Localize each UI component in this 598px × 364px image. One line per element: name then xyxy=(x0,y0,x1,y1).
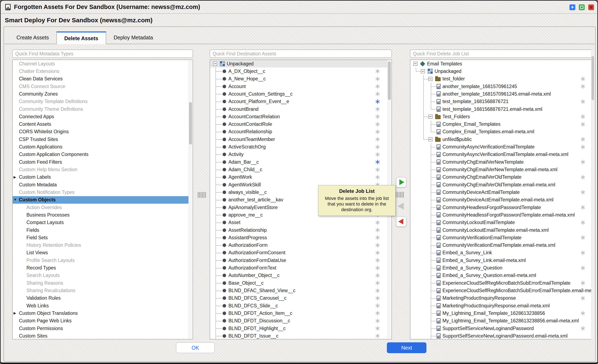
delete-job-item[interactable]: another_template_1681570961245 xyxy=(410,83,593,90)
delete-job-item[interactable]: ExperienceCloudSelfRegMicroBatchSubError… xyxy=(410,287,593,294)
destination-asset-item[interactable]: AuthorizationFormDataUse xyxy=(210,256,391,264)
delete-job-item[interactable]: test_template_1681568876721.email-meta.x… xyxy=(410,105,593,113)
destination-asset-item[interactable]: AccountRelationship xyxy=(210,128,391,136)
delete-job-item[interactable]: MarketingProductInquiryResponse xyxy=(410,294,593,302)
delete-job-item[interactable]: CommunityVerificationEmailTemplate.email… xyxy=(410,241,593,249)
metadata-type-item[interactable]: Clean Data Services xyxy=(13,75,188,83)
tab-deploy-metadata[interactable]: Deploy Metadata xyxy=(106,32,160,44)
delete-job-scrollbar[interactable] xyxy=(591,50,594,339)
delete-job-item[interactable]: SupportSelfServiceNewLoginandPassword xyxy=(410,325,593,332)
delete-job-item[interactable]: SupportSelfServiceNewLoginandPassword.em… xyxy=(410,332,593,339)
delete-job-item[interactable]: CommunityChgEmailVerNewTemplate.email-me… xyxy=(410,166,593,173)
delete-job-item[interactable]: test_folder xyxy=(410,75,593,83)
destination-asset-item[interactable]: Adam_Bar__c xyxy=(210,158,391,166)
metadata-type-item[interactable]: Custom Applications xyxy=(13,143,188,150)
quick-find-delete-job-input[interactable] xyxy=(410,50,593,58)
metadata-type-item[interactable]: Custom Help Menu Section xyxy=(13,166,188,173)
destination-asset-item[interactable]: BLND_DFCS_Slide__c xyxy=(210,302,391,309)
destination-asset-item[interactable]: BLND_DFDT_Issue__c xyxy=(210,332,391,339)
collapse-toggle-icon[interactable] xyxy=(213,62,217,66)
metadata-type-item[interactable]: Compact Layouts xyxy=(13,219,188,226)
collapse-toggle-icon[interactable] xyxy=(428,115,432,119)
destination-asset-item[interactable]: AutoNumber_Object__c xyxy=(210,272,391,279)
move-to-job-list-button[interactable] xyxy=(396,177,407,187)
delete-job-item[interactable]: ExperienceCloudSelfRegMicroBatchSubError… xyxy=(410,279,593,287)
metadata-type-item[interactable]: Custom Metadata xyxy=(13,181,188,189)
destination-asset-item[interactable]: AccountContactRole xyxy=(210,121,391,128)
metadata-type-item[interactable]: Community Zones xyxy=(13,90,188,98)
delete-job-item[interactable]: Embed_a_Survey_Link xyxy=(410,249,593,256)
delete-job-item[interactable]: My_Lightning_Email_Template_162861323885… xyxy=(410,309,593,317)
metadata-type-item[interactable]: Chatter Extensions xyxy=(13,67,188,75)
tab-delete-assets[interactable]: Delete Assets xyxy=(57,32,106,44)
metadata-type-item[interactable]: Community Template Definitions xyxy=(13,98,188,105)
destination-asset-item[interactable]: Base_Object__c xyxy=(210,279,391,287)
tab-create-assets[interactable]: Create Assets xyxy=(9,32,57,44)
metadata-type-item[interactable]: Field Sets xyxy=(13,234,188,241)
delete-job-item[interactable]: CommunityChgEmailVerNewTemplate xyxy=(410,158,593,166)
destination-asset-item[interactable]: Adam_Child__c xyxy=(210,166,391,173)
metadata-type-item[interactable]: Custom Permissions xyxy=(13,325,188,332)
scrollbar-thumb[interactable] xyxy=(189,102,192,145)
delete-job-item[interactable]: CommunityAsyncVerificationEmailTemplate xyxy=(410,143,593,150)
triangle-down-icon[interactable]: ▼ xyxy=(14,198,18,202)
scrollbar-thumb[interactable] xyxy=(388,61,391,100)
metadata-type-item[interactable]: Custom Application Components xyxy=(13,151,188,158)
delete-job-item[interactable]: Unpackaged xyxy=(410,67,593,75)
collapse-toggle-icon[interactable] xyxy=(428,77,432,81)
ok-button[interactable]: OK xyxy=(176,342,215,353)
destination-asset-item[interactable]: AccountBrand xyxy=(210,105,391,113)
destination-asset-item[interactable]: BLND_DFAC_Shared_View__c xyxy=(210,287,391,294)
delete-job-item[interactable]: MarketingProductInquiryResponse.email-me… xyxy=(410,302,593,309)
collapse-toggle-icon[interactable] xyxy=(413,62,417,66)
metadata-type-item[interactable]: ▼Custom Objects xyxy=(13,196,188,204)
delete-job-item[interactable]: CommunityLockoutEmailTemplate.email-meta… xyxy=(410,226,593,234)
metadata-type-item[interactable]: Action Overrides xyxy=(13,204,188,211)
delete-job-item[interactable]: CommunityChgEmailVerOldTemplate xyxy=(410,174,593,181)
delete-job-item[interactable]: CommunityLockoutEmailTemplate xyxy=(410,219,593,226)
metadata-type-item[interactable]: Custom Sites xyxy=(13,332,188,339)
delete-job-item[interactable]: CommunityHeadlessForgotPasswordTemplate.… xyxy=(410,211,593,219)
delete-job-item[interactable]: Embed_a_Survey_Question xyxy=(410,264,593,272)
metadata-type-item[interactable]: Profile Search Layouts xyxy=(13,256,188,264)
delete-job-item[interactable]: another_template_1681570961245.email-met… xyxy=(410,90,593,98)
destination-asset-item[interactable]: AuthorizationForm xyxy=(210,241,391,249)
metadata-type-item[interactable]: Community Theme Definitions xyxy=(13,105,188,113)
next-button[interactable]: Next xyxy=(387,342,426,353)
metadata-type-item[interactable]: Record Types xyxy=(13,264,188,272)
destination-asset-item[interactable]: A_DX_Object__c xyxy=(210,67,391,75)
destination-asset-item[interactable]: AgentWork xyxy=(210,174,391,181)
destination-asset-item[interactable]: BLND_DFDT_Discussion__c xyxy=(210,317,391,325)
destination-asset-item[interactable]: AssetRelationship xyxy=(210,226,391,234)
destination-asset-item[interactable]: ActiveScratchOrg xyxy=(210,143,391,150)
delete-job-item[interactable]: unfiled$public xyxy=(410,136,593,143)
metadata-scrollbar[interactable] xyxy=(188,60,192,339)
metadata-type-item[interactable]: Business Processes xyxy=(13,211,188,219)
destination-asset-item[interactable]: Asset xyxy=(210,219,391,226)
metadata-type-item[interactable]: Connected Apps xyxy=(13,113,188,120)
collapse-toggle-icon[interactable] xyxy=(421,69,425,73)
destination-asset-item[interactable]: AssistantProgress xyxy=(210,234,391,241)
metadata-type-item[interactable]: Custom Feed Filters xyxy=(13,158,188,166)
destination-asset-item[interactable]: A_New_Hope__c xyxy=(210,75,391,83)
delete-job-item[interactable]: Embed_a_Survey_Question.email-meta.xml xyxy=(410,272,593,279)
destination-asset-item[interactable]: BLND_DFCS_Carousel__c xyxy=(210,294,391,302)
metadata-type-item[interactable]: CMS Connect Source xyxy=(13,83,188,90)
destination-asset-item[interactable]: AuthorizationFormText xyxy=(210,264,391,272)
splitter-handle[interactable] xyxy=(396,192,405,198)
metadata-type-item[interactable]: CSP Trusted Sites xyxy=(13,136,188,143)
remove-from-job-list-button[interactable] xyxy=(396,216,407,227)
tree-node-unpackaged[interactable]: Unpackaged xyxy=(210,60,387,67)
metadata-type-item[interactable]: CORS Whitelist Origins xyxy=(13,128,188,136)
metadata-type-item[interactable]: History Retention Policies xyxy=(13,241,188,249)
metadata-type-item[interactable]: List Views xyxy=(13,249,188,256)
metadata-type-item[interactable]: Fields xyxy=(13,226,188,234)
delete-job-item[interactable]: CommunityVerificationEmailTemplate xyxy=(410,234,593,241)
metadata-type-item[interactable]: Validation Rules xyxy=(13,294,188,302)
maximize-window-button[interactable] xyxy=(579,4,585,10)
quick-find-metadata-input[interactable] xyxy=(12,50,193,58)
metadata-type-item[interactable]: Sharing Reasons xyxy=(13,279,188,287)
destination-asset-item[interactable]: Account_Custom_Settings__c xyxy=(210,90,391,98)
delete-job-item[interactable]: Complex_Email_Templates.email-meta.xml xyxy=(410,128,593,136)
metadata-type-item[interactable]: Custom Notification Types xyxy=(13,189,188,196)
